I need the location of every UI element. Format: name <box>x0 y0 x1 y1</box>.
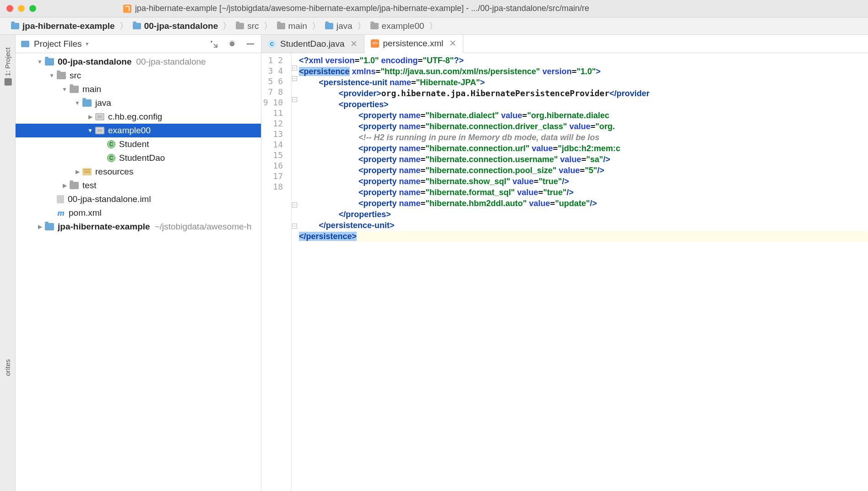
fold-end-icon[interactable]: − <box>292 224 297 229</box>
fold-toggle-icon[interactable]: − <box>292 97 297 102</box>
crumb-4[interactable]: java〉 <box>325 20 370 32</box>
folder-icon <box>325 23 333 29</box>
crumb-label: java <box>336 21 353 31</box>
window-controls <box>6 5 36 12</box>
chevron-down-icon[interactable]: ▾ <box>86 40 89 47</box>
maven-pom-icon <box>57 209 65 217</box>
folder-icon <box>370 23 379 29</box>
crumb-label: jpa-hibernate-example <box>22 21 115 31</box>
titlebar: jpa-hibernate-example [~/jstobigdata/awe… <box>0 0 868 17</box>
folder-icon <box>11 23 19 29</box>
project-files-icon <box>21 41 29 47</box>
crumb-5[interactable]: example00〉 <box>370 20 442 32</box>
crumb-label: src <box>247 21 259 31</box>
xml-file-icon <box>371 39 379 48</box>
close-tab-icon[interactable]: ✕ <box>350 38 358 49</box>
project-header: Project Files ▾ <box>16 35 261 53</box>
zoom-window-icon[interactable] <box>29 5 36 12</box>
tree-label: example00 <box>108 125 151 136</box>
fold-toggle-icon[interactable]: − <box>292 65 297 71</box>
module-icon <box>45 58 54 65</box>
project-tool-window: Project Files ▾ ▼00-jpa-standalone00-jpa… <box>16 35 261 491</box>
crumb-3[interactable]: main〉 <box>277 20 325 32</box>
tree-folder-java[interactable]: ▼java <box>16 96 261 110</box>
tree-label: Student <box>119 139 149 149</box>
code-editor[interactable]: <?xml version="1.0" encoding="UTF-8"?> <… <box>299 53 868 491</box>
tree-module-parent[interactable]: ▶jpa-hibernate-example~/jstobigdata/awes… <box>16 220 261 234</box>
gear-icon[interactable] <box>227 39 237 49</box>
tab-persistence-xml[interactable]: persistence.xml✕ <box>364 35 463 53</box>
tree-package-example00[interactable]: ▼example00 <box>16 124 261 137</box>
tree-file-pom[interactable]: pom.xml <box>16 206 261 220</box>
close-tab-icon[interactable]: ✕ <box>449 38 456 49</box>
package-icon <box>95 113 104 120</box>
editor-area: StudentDao.java✕ persistence.xml✕ 1 2 3 … <box>261 35 868 491</box>
scroll-from-source-icon[interactable] <box>209 39 219 49</box>
tree-label: 00-jpa-standalone <box>58 57 132 67</box>
tree-folder-resources[interactable]: ▶resources <box>16 165 261 179</box>
tool-tab-label: 1: Project <box>3 47 11 76</box>
tree-file-iml[interactable]: 00-jpa-standalone.iml <box>16 192 261 206</box>
tree-note: 00-jpa-standalone <box>136 57 206 67</box>
project-tree[interactable]: ▼00-jpa-standalone00-jpa-standalone ▼src… <box>16 53 261 491</box>
project-tool-tab[interactable]: 1: Project <box>3 47 11 86</box>
tab-label: StudentDao.java <box>280 39 345 49</box>
tree-folder-test[interactable]: ▶test <box>16 179 261 192</box>
project-scope-selector[interactable]: Project Files <box>34 39 82 49</box>
project-icon <box>5 78 12 86</box>
tab-studentdao[interactable]: StudentDao.java✕ <box>261 35 364 53</box>
folder-icon <box>236 23 244 29</box>
tree-note: ~/jstobigdata/awesome-h <box>155 222 252 232</box>
favorites-tool-tab[interactable]: orites <box>4 359 11 376</box>
crumb-1[interactable]: 00-jpa-standalone〉 <box>133 20 236 32</box>
iml-file-icon <box>57 195 64 203</box>
crumb-0[interactable]: jpa-hibernate-example〉 <box>11 20 133 32</box>
fold-toggle-icon[interactable]: − <box>292 76 297 81</box>
tree-label: resources <box>95 167 133 177</box>
module-icon <box>45 223 54 230</box>
tree-label: jpa-hibernate-example <box>58 222 150 232</box>
hide-tool-window-icon[interactable] <box>245 39 255 49</box>
java-file-icon <box>268 40 276 48</box>
line-number-gutter[interactable]: 1 2 3 4 5 6 7 8 9 10 11 12 13 14 15 16 1… <box>261 53 292 491</box>
crumb-label: main <box>288 21 307 31</box>
folder-icon <box>133 23 141 29</box>
tab-label: persistence.xml <box>383 38 444 49</box>
editor-tabs: StudentDao.java✕ persistence.xml✕ <box>261 35 868 53</box>
tree-folder-src[interactable]: ▼src <box>16 69 261 82</box>
tree-label: 00-jpa-standalone.iml <box>68 194 151 204</box>
tool-window-bar: 1: Project orites <box>0 35 16 491</box>
tree-package-config[interactable]: ▶c.hb.eg.config <box>16 110 261 124</box>
tree-label: StudentDao <box>119 153 165 163</box>
app-icon <box>123 5 131 13</box>
fold-gutter[interactable]: − − − − − <box>292 53 299 491</box>
tool-tab-label: orites <box>4 359 11 376</box>
resources-icon <box>82 168 92 175</box>
close-window-icon[interactable] <box>6 5 13 12</box>
tree-label: java <box>95 98 111 108</box>
package-icon <box>95 127 104 134</box>
crumb-label: example00 <box>382 21 424 31</box>
minimize-window-icon[interactable] <box>18 5 25 12</box>
crumb-label: 00-jpa-standalone <box>144 21 218 31</box>
tree-label: src <box>70 71 81 81</box>
tree-class-studentdao[interactable]: StudentDao <box>16 151 261 165</box>
folder-icon <box>57 72 66 79</box>
class-icon <box>107 154 115 162</box>
tree-class-student[interactable]: Student <box>16 137 261 151</box>
source-folder-icon <box>82 99 92 107</box>
tree-label: main <box>82 84 101 94</box>
tree-label: c.hb.eg.config <box>108 112 162 122</box>
window-title: jpa-hibernate-example [~/jstobigdata/awe… <box>135 4 589 13</box>
breadcrumb: jpa-hibernate-example〉 00-jpa-standalone… <box>0 17 868 35</box>
tree-module-root[interactable]: ▼00-jpa-standalone00-jpa-standalone <box>16 55 261 69</box>
tree-label: pom.xml <box>69 208 102 218</box>
folder-icon <box>70 86 79 93</box>
fold-end-icon[interactable]: − <box>292 202 297 207</box>
class-icon <box>107 140 115 148</box>
folder-icon <box>70 182 79 189</box>
tree-folder-main[interactable]: ▼main <box>16 82 261 96</box>
crumb-2[interactable]: src〉 <box>236 20 277 32</box>
tree-label: test <box>82 180 97 191</box>
folder-icon <box>277 23 285 29</box>
